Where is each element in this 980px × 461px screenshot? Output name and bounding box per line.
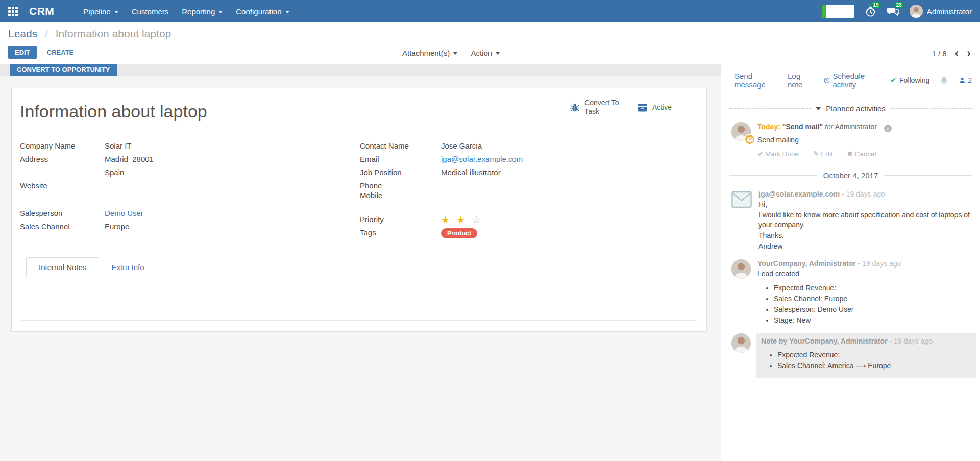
chevron-down-icon bbox=[496, 52, 500, 55]
menu-reporting-label: Reporting bbox=[182, 7, 215, 16]
user-name: Administrator bbox=[927, 7, 972, 16]
message-header: Note by YourCompany, Administrator - 19 … bbox=[761, 337, 971, 346]
pager-previous-button[interactable]: ‹ bbox=[955, 47, 959, 59]
address-label-spacer bbox=[20, 166, 99, 180]
record-pager: 1 / 8 ‹ › bbox=[932, 47, 971, 59]
menu-reporting[interactable]: Reporting bbox=[175, 0, 229, 22]
app-title[interactable]: CRM bbox=[29, 5, 54, 17]
log-note-button[interactable]: Log note bbox=[788, 71, 812, 89]
notebook-tabs: Internal Notes Extra Info bbox=[20, 257, 698, 277]
messages-button[interactable]: 23 bbox=[887, 6, 899, 17]
star-filled-icon[interactable]: ★ bbox=[456, 214, 467, 225]
phone-label: Phone bbox=[360, 180, 435, 191]
email-value-link[interactable]: jga@solar.example.com bbox=[441, 155, 523, 163]
note-content: Note by YourCompany, Administrator - 19 … bbox=[756, 333, 976, 378]
followers-count: 2 bbox=[968, 76, 972, 84]
info-icon[interactable]: i bbox=[884, 125, 892, 132]
avatar bbox=[731, 259, 751, 279]
message-timestamp: - 19 days ago bbox=[858, 259, 901, 268]
field-email: Email jga@solar.example.com bbox=[360, 153, 698, 166]
activity-header: Today: "Send mail" for Administrator i bbox=[757, 122, 892, 132]
chatter-toolbar-right: ✔ Following 2 bbox=[890, 76, 972, 85]
message-author: jga@solar.example.com bbox=[758, 190, 840, 198]
attachments-dropdown[interactable]: Attachment(s) bbox=[402, 48, 457, 57]
city-value: Madrid bbox=[105, 155, 128, 163]
tracking-value: Expected Revenue: bbox=[774, 283, 972, 293]
menu-pipeline-label: Pipeline bbox=[83, 7, 110, 16]
message-line: Hi, bbox=[758, 200, 972, 209]
action-dropdown[interactable]: Action bbox=[471, 48, 500, 57]
timer-progress-bar bbox=[822, 5, 826, 18]
convert-to-opportunity-button[interactable]: CONVERT TO OPPORTUNITY bbox=[10, 64, 117, 76]
user-avatar bbox=[910, 5, 923, 18]
phone-value bbox=[435, 180, 698, 191]
email-activity-badge bbox=[744, 134, 755, 145]
apps-grid-icon[interactable] bbox=[8, 7, 18, 16]
tags-label: Tags bbox=[360, 227, 435, 240]
envelope-icon bbox=[747, 137, 753, 142]
star-filled-icon[interactable]: ★ bbox=[441, 214, 452, 225]
bug-icon bbox=[570, 101, 580, 113]
address-label: Address bbox=[20, 153, 99, 166]
edit-activity-button[interactable]: ✎ Edit bbox=[813, 150, 832, 158]
bell-icon[interactable] bbox=[940, 76, 948, 85]
convert-to-task-button[interactable]: Convert To Task bbox=[565, 95, 632, 119]
menu-configuration[interactable]: Configuration bbox=[229, 0, 296, 22]
activities-clock-button[interactable]: 19 bbox=[865, 6, 876, 17]
field-contact-name: Contact Name Jose Garcia bbox=[360, 140, 698, 153]
internal-notes-content[interactable] bbox=[20, 277, 698, 320]
navbar-right: 19 23 Administrator bbox=[822, 5, 972, 18]
mobile-label: Mobile bbox=[360, 191, 435, 202]
top-navbar: CRM Pipeline Customers Reporting Configu… bbox=[0, 0, 980, 22]
breadcrumb-leads-link[interactable]: Leads bbox=[8, 28, 37, 39]
menu-pipeline[interactable]: Pipeline bbox=[77, 0, 125, 22]
menu-customers[interactable]: Customers bbox=[125, 0, 176, 22]
timer-widget[interactable] bbox=[822, 5, 854, 18]
date-separator: October 4, 2017 bbox=[729, 171, 972, 180]
tab-extra-info[interactable]: Extra Info bbox=[99, 258, 156, 277]
schedule-activity-button[interactable]: Schedule activity bbox=[824, 71, 878, 89]
star-empty-icon[interactable]: ☆ bbox=[472, 214, 483, 225]
planned-activities-toggle[interactable]: Planned activities bbox=[729, 104, 972, 113]
schedule-activity-label: Schedule activity bbox=[832, 71, 878, 89]
message-author: Note by YourCompany, Administrator bbox=[761, 337, 888, 345]
create-button[interactable]: CREATE bbox=[47, 48, 74, 56]
tracking-values-list: Expected Revenue: Sales Channel: Europe … bbox=[757, 283, 972, 325]
field-website: Website bbox=[20, 180, 360, 193]
salesperson-value-link[interactable]: Demo User bbox=[105, 209, 143, 217]
cancel-activity-button[interactable]: ✖ Cancel bbox=[847, 150, 876, 158]
field-mobile: Mobile bbox=[360, 191, 698, 202]
mobile-value bbox=[435, 191, 698, 202]
user-menu[interactable]: Administrator bbox=[910, 5, 972, 18]
tracking-value: Expected Revenue: bbox=[777, 350, 971, 359]
message-body: Lead created Expected Revenue: Sales Cha… bbox=[757, 269, 972, 325]
breadcrumb-separator: / bbox=[45, 28, 48, 39]
menu-customers-label: Customers bbox=[132, 7, 169, 16]
mark-done-button[interactable]: ✔ Mark Done bbox=[757, 150, 799, 158]
person-icon bbox=[959, 77, 966, 84]
followers-button[interactable]: 2 bbox=[959, 76, 972, 84]
main-content: CONVERT TO OPPORTUNITY Convert To Task bbox=[0, 64, 980, 461]
following-toggle[interactable]: ✔ Following bbox=[890, 76, 929, 84]
field-phone: Phone bbox=[360, 180, 698, 191]
field-address: Address Madrid 28001 bbox=[20, 153, 360, 166]
field-sales-channel: Sales Channel Europe bbox=[20, 221, 360, 234]
field-group-right: Contact Name Jose Garcia Email jga@solar… bbox=[360, 140, 698, 240]
priority-stars-widget[interactable]: ★ ★ ☆ bbox=[435, 213, 698, 227]
edit-button[interactable]: EDIT bbox=[8, 46, 37, 59]
edit-activity-label: Edit bbox=[821, 150, 832, 158]
tab-internal-notes[interactable]: Internal Notes bbox=[26, 257, 99, 277]
salesperson-label: Salesperson bbox=[20, 207, 99, 221]
send-message-button[interactable]: Send message bbox=[734, 71, 775, 89]
job-position-label: Job Position bbox=[360, 166, 435, 180]
convert-to-task-label: Convert To Task bbox=[584, 99, 627, 116]
pager-next-button[interactable]: › bbox=[967, 47, 971, 59]
statusbar: CONVERT TO OPPORTUNITY bbox=[0, 64, 721, 76]
envelope-avatar-icon bbox=[731, 191, 752, 208]
form-sheet: Convert To Task Active Information about… bbox=[11, 88, 707, 332]
address-city-zip: Madrid 28001 bbox=[99, 153, 360, 166]
active-toggle-button[interactable]: Active bbox=[632, 95, 699, 119]
message-note: Note by YourCompany, Administrator - 19 … bbox=[721, 327, 980, 379]
following-label: Following bbox=[899, 76, 929, 84]
field-group-left: Company Name Solar IT Address Madrid 280… bbox=[20, 140, 360, 240]
